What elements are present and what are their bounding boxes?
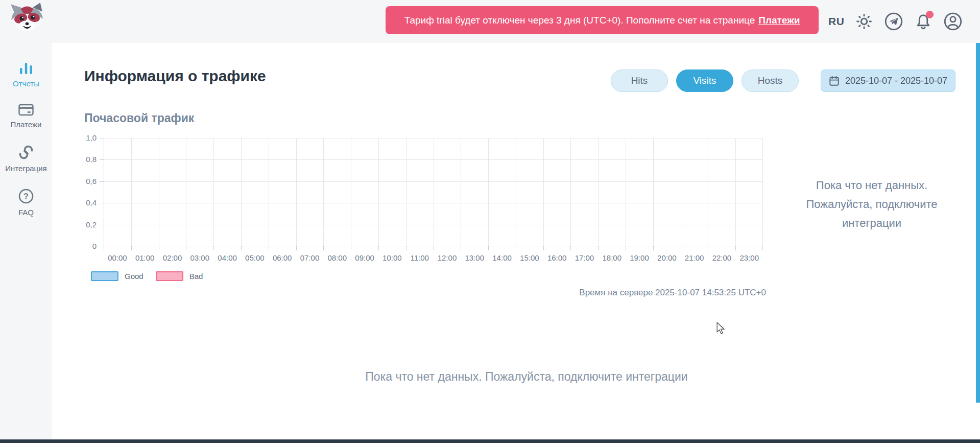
x-axis-tick: [213, 246, 214, 250]
gridline-vertical: [735, 138, 736, 246]
x-axis-tick: [626, 246, 626, 250]
calendar-icon: [829, 76, 840, 86]
language-switcher[interactable]: RU: [828, 15, 844, 28]
gridline-vertical: [626, 138, 626, 246]
profile-icon: [944, 12, 962, 31]
x-axis-label: 19:00: [626, 253, 653, 262]
x-axis-tick: [461, 246, 461, 250]
x-axis-tick: [186, 246, 186, 250]
gridline-vertical: [296, 138, 297, 246]
gridline-vertical: [653, 138, 654, 246]
sidebar-item-label: Отчеты: [13, 79, 39, 88]
sun-icon: [855, 13, 873, 30]
x-axis-tick: [543, 246, 544, 250]
notifications-button[interactable]: [914, 12, 933, 31]
x-axis-label: 05:00: [241, 253, 269, 262]
y-axis-label: 0,2: [71, 220, 97, 229]
x-axis-label: 04:00: [213, 253, 241, 262]
sidebar-item-integration[interactable]: Интеграция: [5, 144, 46, 173]
sidebar: Отчеты Платежи Интеграция ? FAQ: [0, 43, 52, 439]
no-data-side-message: Пока что нет данных. Пожалуйста, подключ…: [795, 176, 948, 232]
tab-visits[interactable]: Visits: [676, 69, 733, 92]
x-axis-tick: [681, 246, 681, 250]
x-axis-label: 20:00: [653, 253, 681, 262]
x-axis-label: 01:00: [131, 253, 159, 262]
credit-card-icon: [18, 103, 34, 116]
gridline-horizontal: [104, 246, 763, 246]
legend-label: Good: [125, 272, 144, 281]
x-axis-label: 08:00: [323, 253, 351, 262]
y-axis-tick: [100, 246, 104, 246]
gridline-vertical: [570, 138, 571, 246]
sidebar-item-label: Интеграция: [5, 164, 46, 173]
gridline-vertical: [186, 138, 186, 246]
gridline-vertical: [488, 138, 489, 246]
gridline-vertical: [351, 138, 351, 246]
gridline-vertical: [543, 138, 544, 246]
x-axis-tick: [434, 246, 434, 250]
app-logo[interactable]: [9, 2, 45, 32]
no-data-bottom-message: Пока что нет данных. Пожалуйста, подключ…: [340, 370, 713, 384]
bar-chart-icon: [18, 61, 34, 76]
gridline-horizontal: [104, 138, 763, 138]
x-axis-tick: [570, 246, 571, 250]
question-circle-icon: ?: [18, 188, 34, 204]
x-axis-label: 18:00: [598, 253, 626, 262]
x-axis-tick: [406, 246, 407, 250]
legend-swatch: [156, 271, 183, 281]
theme-toggle-button[interactable]: [854, 12, 874, 31]
gridline-vertical: [104, 138, 104, 246]
x-axis-tick: [653, 246, 654, 250]
gridline-vertical: [516, 138, 516, 246]
x-axis-tick: [296, 246, 297, 250]
profile-button[interactable]: [943, 12, 963, 31]
y-axis-label: 0: [71, 242, 97, 251]
gridline-vertical: [378, 138, 379, 246]
payments-link[interactable]: Платежи: [758, 15, 800, 26]
x-axis-label: 14:00: [488, 253, 516, 262]
x-axis-label: 02:00: [159, 253, 186, 262]
chart-legend: GoodBad: [91, 271, 203, 281]
legend-label: Bad: [189, 272, 203, 281]
x-axis-label: 00:00: [104, 253, 131, 262]
date-range-value: 2025-10-07 - 2025-10-07: [845, 76, 947, 86]
x-axis-tick: [598, 246, 599, 250]
x-axis-tick: [159, 246, 159, 250]
sidebar-item-label: FAQ: [18, 208, 34, 217]
gridline-horizontal: [104, 181, 763, 182]
x-axis-label: 03:00: [186, 253, 213, 262]
tab-hits[interactable]: Hits: [611, 69, 668, 92]
y-axis-tick: [100, 181, 104, 182]
sidebar-item-payments[interactable]: Платежи: [11, 103, 42, 129]
topbar: Тариф trial будет отключен через 3 дня (…: [0, 0, 980, 43]
x-axis-label: 16:00: [543, 253, 571, 262]
trial-warning-text: Тариф trial будет отключен через 3 дня (…: [404, 15, 755, 26]
x-axis-tick: [104, 246, 104, 250]
tab-hosts[interactable]: Hosts: [742, 69, 799, 92]
legend-item-bad[interactable]: Bad: [156, 271, 203, 281]
date-range-picker[interactable]: 2025-10-07 - 2025-10-07: [821, 69, 955, 92]
gridline-vertical: [269, 138, 269, 246]
gridline-horizontal: [104, 159, 763, 160]
gridline-vertical: [406, 138, 407, 246]
header-actions: RU: [828, 0, 963, 43]
telegram-icon: [885, 12, 903, 31]
sidebar-item-faq[interactable]: ? FAQ: [18, 188, 34, 217]
x-axis-tick: [378, 246, 379, 250]
x-axis-tick: [708, 246, 708, 250]
gridline-vertical: [131, 138, 132, 246]
vertical-scrollbar[interactable]: [976, 43, 980, 403]
chart-plot: 1,00,80,60,40,20: [104, 138, 763, 246]
x-axis-tick: [762, 246, 763, 250]
raccoon-logo-icon: [9, 2, 45, 32]
gridline-vertical: [434, 138, 434, 246]
telegram-button[interactable]: [884, 12, 903, 31]
y-axis-label: 1,0: [71, 133, 97, 143]
traffic-metric-tabs: Hits Visits Hosts: [611, 69, 799, 92]
x-axis-labels: 00:0001:0002:0003:0004:0005:0006:0007:00…: [104, 253, 763, 262]
gridline-vertical: [762, 138, 763, 246]
x-axis-tick: [241, 246, 242, 250]
x-axis-label: 22:00: [708, 253, 736, 262]
sidebar-item-reports[interactable]: Отчеты: [13, 61, 39, 88]
legend-item-good[interactable]: Good: [91, 271, 144, 281]
